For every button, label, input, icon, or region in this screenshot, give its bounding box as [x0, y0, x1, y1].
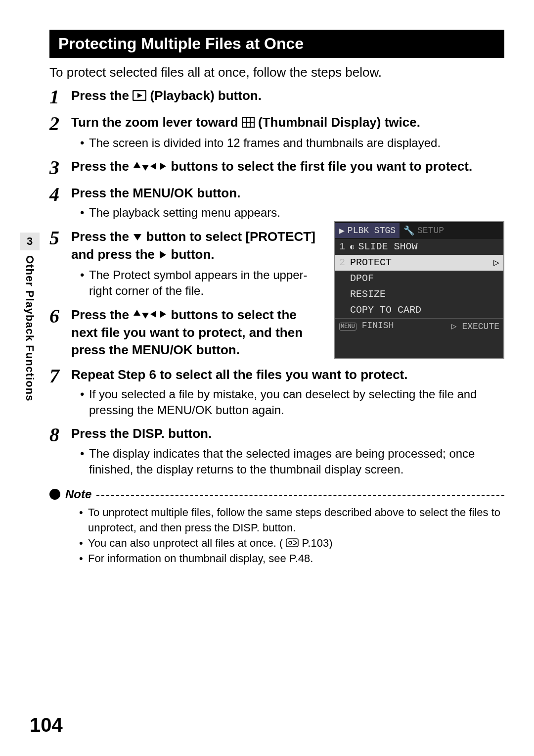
right-arrow-icon	[158, 247, 167, 264]
steps-list: 1 Press the (Playback) button. 2 Turn th…	[49, 87, 504, 477]
note-heading: Note	[65, 487, 91, 501]
step-number: 7	[49, 366, 71, 386]
text: Press the	[71, 88, 133, 103]
svg-marker-10	[142, 165, 149, 171]
dpad-icon	[133, 307, 167, 324]
step-number: 8	[49, 425, 71, 445]
dpad-icon	[133, 159, 167, 176]
step-number: 3	[49, 158, 71, 178]
step-8: 8 Press the DISP. button. The display in…	[49, 425, 504, 477]
lcd-item-index: 1	[339, 241, 346, 252]
note-heading-row: Note	[49, 487, 504, 501]
step-row-with-lcd: 5 Press the button to select [PROTECT] a…	[49, 221, 504, 359]
lcd-tab-setup: 🔧 SETUP	[400, 223, 448, 238]
svg-marker-18	[160, 311, 166, 318]
page-reference-icon	[286, 536, 299, 552]
note-item: You can also unprotect all files at once…	[79, 536, 504, 552]
svg-rect-7	[247, 123, 250, 127]
lcd-menu-item: RESIZE	[335, 286, 503, 302]
text: button.	[171, 247, 215, 262]
text: You can also unprotect all files at once…	[88, 537, 283, 549]
svg-marker-16	[142, 313, 149, 319]
text: P.103)	[302, 537, 332, 549]
intro-text: To protect selected files all at once, f…	[49, 65, 504, 80]
step-title: Press the MENU/OK button.	[71, 185, 504, 202]
lcd-footer-left: MENU FINISH	[339, 321, 394, 331]
svg-marker-9	[134, 162, 140, 168]
lcd-menu-item: COPY TO CARD	[335, 302, 503, 318]
step-title: Turn the zoom lever toward (Thumbnail Di…	[71, 114, 504, 132]
lcd-item-label: PROTECT	[350, 257, 490, 268]
svg-rect-4	[247, 118, 250, 122]
thumbnail-grid-icon	[242, 115, 255, 132]
text: buttons to select the first file you wan…	[171, 159, 473, 174]
lcd-tab-playback-settings: ▶ PLBK STGS	[335, 223, 400, 238]
step-1: 1 Press the (Playback) button.	[49, 87, 504, 107]
text: (Playback) button.	[150, 88, 262, 103]
text: Turn the zoom lever toward	[71, 115, 242, 130]
svg-marker-17	[150, 311, 156, 318]
lcd-menu-item: DPOF	[335, 271, 503, 286]
svg-rect-6	[243, 123, 246, 127]
right-caret-icon: ▷	[451, 322, 457, 331]
manual-page: 3 Other Playback Functions Protecting Mu…	[0, 0, 534, 756]
svg-marker-15	[134, 310, 140, 316]
step-title: Press the button to select [PROTECT] and…	[71, 228, 324, 264]
svg-rect-3	[243, 118, 246, 122]
svg-point-20	[289, 541, 292, 544]
step-number: 2	[49, 114, 71, 134]
step-number: 1	[49, 87, 71, 107]
camera-lcd-screenshot: ▶ PLBK STGS 🔧 SETUP 1 ◐ SLIDE SHOW	[334, 221, 504, 359]
lcd-footer-right: ▷ EXECUTE	[451, 321, 499, 331]
playback-icon	[133, 88, 146, 105]
lcd-footer-label: FINISH	[362, 321, 394, 331]
step-sub: The display indicates that the selected …	[80, 446, 504, 478]
note-bubble-icon	[49, 489, 60, 500]
step-sub: The Protect symbol appears in the upper-…	[80, 267, 324, 299]
lcd-menu-item: 1 ◐ SLIDE SHOW	[335, 239, 503, 255]
step-3: 3 Press the buttons to select the first …	[49, 158, 504, 178]
lcd-item-label: DPOF	[350, 273, 374, 284]
lcd-menu-item-selected: 2 PROTECT ▷	[335, 255, 503, 271]
step-sub: The screen is divided into 12 frames and…	[80, 135, 504, 151]
note-block: Note To unprotect multiple files, follow…	[49, 487, 504, 567]
note-item: For information on thumbnail display, se…	[79, 551, 504, 567]
text: Press the	[71, 159, 133, 174]
lcd-tab-label: PLBK STGS	[348, 226, 396, 236]
right-caret-icon: ▷	[493, 256, 499, 269]
step-6: 6 Press the	[49, 306, 324, 359]
step-title: Repeat Step 6 to select all the files yo…	[71, 366, 504, 383]
lcd-footer-label: EXECUTE	[462, 322, 499, 331]
step-number: 6	[49, 306, 71, 326]
step-sub: If you selected a file by mistake, you c…	[80, 386, 504, 419]
lcd-tab-label: SETUP	[417, 226, 444, 236]
svg-marker-12	[160, 163, 166, 170]
svg-marker-1	[137, 93, 142, 98]
step-5: 5 Press the button to select [PROTECT] a…	[49, 228, 324, 299]
lcd-item-label: SLIDE SHOW	[358, 241, 417, 252]
step-sub: The playback setting menu appears.	[80, 205, 504, 221]
menu-badge-icon: MENU	[339, 323, 356, 331]
lcd-item-index: 2	[339, 257, 346, 268]
step-title: Press the DISP. button.	[71, 425, 504, 442]
svg-rect-5	[251, 118, 254, 122]
note-list: To unprotect multiple files, follow the …	[49, 505, 504, 567]
text: Press the	[71, 229, 133, 244]
playback-icon: ▶	[339, 225, 345, 236]
lcd-footer: MENU FINISH ▷ EXECUTE	[335, 318, 503, 333]
text: Press the	[71, 307, 133, 322]
lcd-slide-indicator-icon: ◐	[350, 242, 354, 251]
section-number: 3	[20, 233, 40, 250]
svg-marker-13	[134, 234, 141, 240]
page-number: 104	[30, 714, 63, 736]
step-title: Press the (Playback) button.	[71, 87, 504, 105]
note-divider	[96, 495, 504, 496]
step-title: Press the buttons to select the next fil…	[71, 306, 324, 359]
lcd-tabs: ▶ PLBK STGS 🔧 SETUP	[335, 222, 503, 239]
section-tab: 3 Other Playback Functions	[20, 233, 40, 440]
down-arrow-icon	[133, 229, 142, 246]
step-number: 4	[49, 185, 71, 204]
svg-marker-11	[150, 163, 156, 170]
lcd-item-label: RESIZE	[350, 288, 386, 300]
section-title: Protecting Multiple Files at Once	[49, 30, 504, 58]
